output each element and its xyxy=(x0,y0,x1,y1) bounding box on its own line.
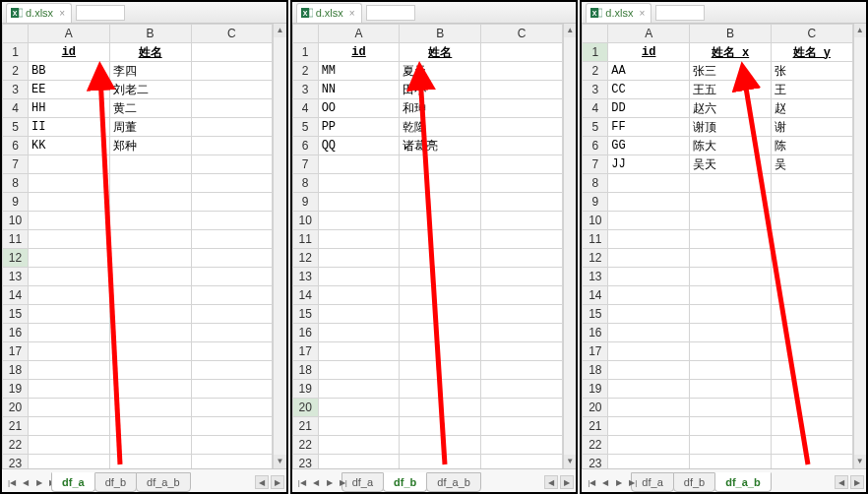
scroll-down-icon[interactable]: ▼ xyxy=(564,455,576,468)
cell[interactable]: 陈大 xyxy=(690,137,772,155)
first-icon[interactable]: |◀ xyxy=(586,474,597,490)
blank-tab[interactable] xyxy=(76,5,125,21)
last-icon[interactable]: ▶| xyxy=(338,474,349,490)
vertical-scrollbar[interactable]: ▲▼ xyxy=(853,24,866,468)
cell[interactable]: 郑种 xyxy=(109,137,191,155)
cell[interactable]: QQ xyxy=(318,137,400,155)
cell[interactable] xyxy=(481,268,563,286)
cell[interactable]: DD xyxy=(608,99,690,118)
cell[interactable] xyxy=(690,361,772,380)
cell[interactable] xyxy=(481,324,563,342)
column-header[interactable]: A xyxy=(29,25,110,43)
column-header[interactable]: A xyxy=(318,25,400,43)
prev-icon[interactable]: ◀ xyxy=(20,474,31,490)
cell[interactable] xyxy=(690,286,772,305)
row-header[interactable]: 17 xyxy=(583,342,608,361)
row-header[interactable]: 14 xyxy=(292,286,318,305)
prev-icon[interactable]: ◀ xyxy=(599,474,611,490)
column-header[interactable]: B xyxy=(109,25,191,43)
row-header[interactable]: 21 xyxy=(292,417,318,436)
cell[interactable]: 王五 xyxy=(690,81,772,99)
cell[interactable] xyxy=(481,436,563,455)
cell[interactable] xyxy=(690,436,772,455)
row-header[interactable]: 2 xyxy=(292,62,318,81)
cell[interactable] xyxy=(400,230,481,249)
close-icon[interactable]: × xyxy=(349,8,355,19)
scroll-right-icon[interactable]: ▶ xyxy=(560,475,574,489)
next-icon[interactable]: ▶ xyxy=(613,474,625,490)
cell[interactable] xyxy=(109,361,191,380)
column-header[interactable]: C xyxy=(771,25,852,43)
scroll-up-icon[interactable]: ▲ xyxy=(274,24,285,37)
cell[interactable]: 夏天 xyxy=(400,62,481,81)
cell[interactable] xyxy=(29,380,110,399)
row-header[interactable]: 18 xyxy=(583,361,608,380)
cell[interactable]: 谢 xyxy=(771,118,852,137)
cell[interactable] xyxy=(109,455,191,469)
file-tab[interactable]: Xd.xlsx× xyxy=(296,3,362,23)
sheet-tab[interactable]: df_a_b xyxy=(426,472,481,492)
column-header[interactable]: C xyxy=(191,25,273,43)
cell[interactable]: GG xyxy=(608,137,690,155)
cell[interactable] xyxy=(191,342,273,361)
cell[interactable] xyxy=(608,342,690,361)
row-header[interactable]: 19 xyxy=(583,380,608,399)
cell[interactable] xyxy=(318,305,400,324)
row-header[interactable]: 17 xyxy=(292,342,318,361)
cell[interactable]: 赵 xyxy=(771,99,852,118)
row-header[interactable]: 5 xyxy=(583,118,608,137)
cell[interactable] xyxy=(318,342,400,361)
cell[interactable]: 刘老二 xyxy=(109,81,191,99)
cell[interactable] xyxy=(481,155,563,174)
cell[interactable] xyxy=(318,230,400,249)
cell[interactable] xyxy=(191,268,273,286)
cell[interactable] xyxy=(191,212,273,230)
row-header[interactable]: 18 xyxy=(292,361,318,380)
cell[interactable]: 田小 xyxy=(400,81,481,99)
cell[interactable] xyxy=(771,417,852,436)
cell[interactable]: EE xyxy=(29,81,110,99)
cell[interactable] xyxy=(400,399,481,417)
row-header[interactable]: 2 xyxy=(3,62,29,81)
cell[interactable]: II xyxy=(29,118,110,137)
cell[interactable] xyxy=(318,193,400,212)
row-header[interactable]: 1 xyxy=(292,43,318,62)
cell[interactable] xyxy=(318,174,400,193)
cell[interactable]: CC xyxy=(608,81,690,99)
cell[interactable] xyxy=(109,436,191,455)
cell[interactable] xyxy=(191,455,273,469)
scroll-right-icon[interactable]: ▶ xyxy=(271,475,284,489)
cell[interactable] xyxy=(481,212,563,230)
cell[interactable] xyxy=(771,436,852,455)
scroll-up-icon[interactable]: ▲ xyxy=(564,24,576,37)
cell[interactable] xyxy=(29,286,110,305)
cell[interactable] xyxy=(109,417,191,436)
cell[interactable] xyxy=(481,43,563,62)
cell[interactable] xyxy=(318,155,400,174)
row-header[interactable]: 8 xyxy=(583,174,608,193)
column-header[interactable]: B xyxy=(690,25,772,43)
cell[interactable] xyxy=(400,174,481,193)
cell[interactable]: 王 xyxy=(771,81,852,99)
cell[interactable] xyxy=(400,361,481,380)
row-header[interactable]: 14 xyxy=(583,286,608,305)
cell[interactable] xyxy=(400,212,481,230)
cell[interactable] xyxy=(29,436,110,455)
cell[interactable] xyxy=(400,193,481,212)
row-header[interactable]: 5 xyxy=(292,118,318,137)
scroll-left-icon[interactable]: ◀ xyxy=(544,475,558,489)
cell[interactable] xyxy=(318,417,400,436)
cell[interactable] xyxy=(690,230,772,249)
row-header[interactable]: 13 xyxy=(583,268,608,286)
cell[interactable] xyxy=(400,380,481,399)
cell[interactable] xyxy=(109,268,191,286)
cell[interactable] xyxy=(608,361,690,380)
row-header[interactable]: 20 xyxy=(583,399,608,417)
cell[interactable] xyxy=(690,417,772,436)
cell[interactable] xyxy=(29,399,110,417)
cell[interactable] xyxy=(29,155,110,174)
cell[interactable] xyxy=(608,399,690,417)
cell[interactable] xyxy=(771,268,852,286)
cell[interactable] xyxy=(400,417,481,436)
next-icon[interactable]: ▶ xyxy=(324,474,336,490)
